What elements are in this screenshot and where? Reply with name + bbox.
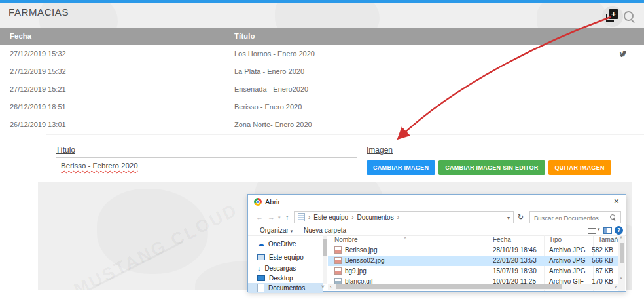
cell-titulo: La Plata - Enero 2020	[234, 67, 304, 75]
delete-icon[interactable]: ×	[619, 50, 624, 59]
view-options-icon[interactable]	[588, 228, 596, 234]
dialog-toolbar: Organizar ▾ Nueva carpeta ▾ ?	[248, 226, 626, 236]
file-size: 582 KB	[570, 246, 613, 254]
cell-fecha: 27/12/2019 15:32	[10, 67, 66, 75]
table-row[interactable]: 27/12/2019 15:32 Los Hornos - Enero 2020…	[0, 45, 644, 63]
table-row[interactable]: 27/12/2019 15:21 Ensenada - Enero2020	[0, 80, 644, 98]
file-open-dialog: Abrir × ← → ▾ ↑ › Este equipo › Document…	[247, 194, 626, 292]
vertical-scrollbar[interactable]: ˄ ˅	[618, 235, 625, 291]
sidebar-item-documentos[interactable]: Documentos	[248, 283, 323, 293]
search-magnifier-icon	[610, 214, 615, 220]
edit-form: Título Berisso - Febrero 2020 Imagen CAM…	[0, 133, 644, 182]
screen: FARMACIAS + Fecha Título 27/12/2019 15:3…	[0, 0, 644, 308]
add-record-button[interactable]: +	[602, 6, 623, 27]
sidebar-scrollbar[interactable]	[323, 235, 327, 284]
breadcrumb-item-este-equipo[interactable]: Este equipo	[313, 214, 348, 221]
file-row-selected[interactable]: Berisso02.jpg 22/01/20 13:53 Archivo JPG…	[328, 256, 618, 266]
organizar-menu[interactable]: Organizar ▾	[260, 227, 293, 234]
titulo-input[interactable]: Berisso - Febrero 2020	[56, 157, 357, 174]
column-nombre[interactable]: Nombre	[334, 236, 358, 243]
view-options-caret-icon[interactable]: ▾	[598, 227, 600, 232]
close-icon[interactable]: ×	[614, 196, 619, 206]
scroll-up-icon[interactable]: ˄	[620, 235, 622, 240]
file-list-header: ^ Nombre Fecha Tipo Tamaño	[328, 235, 618, 244]
breadcrumb-separator: ›	[397, 214, 399, 221]
onedrive-cloud-icon: ☁	[257, 241, 264, 248]
cambiar-imagen-button[interactable]: CAMBIAR IMAGEN	[367, 160, 435, 175]
column-tamano[interactable]: Tamaño	[598, 236, 618, 243]
scroll-right-icon[interactable]: ›	[615, 284, 617, 290]
file-list: ^ Nombre Fecha Tipo Tamaño Berisso.jpg 2…	[328, 235, 618, 291]
table-row[interactable]: 27/12/2019 15:32 La Plata - Enero 2020	[0, 62, 644, 81]
scrollbar-thumb[interactable]	[620, 243, 624, 263]
breadcrumb[interactable]: › Este equipo › Documentos › ▾	[294, 211, 514, 223]
scroll-down-icon[interactable]: ˅	[620, 276, 622, 280]
column-header-titulo: Título	[234, 32, 255, 40]
search-icon[interactable]	[624, 11, 634, 21]
sidebar-item-onedrive[interactable]: ☁ OneDrive	[248, 239, 323, 249]
sidebar-item-label: Descargas	[265, 265, 296, 272]
titulo-label: Título	[56, 145, 75, 155]
cambiar-imagen-sin-editor-button[interactable]: CAMBIAR IMAGEN SIN EDITOR	[438, 160, 545, 175]
file-row[interactable]: bg9.jpg 15/07/19 18:30 Archivo JPG 87 KB	[328, 266, 618, 277]
scrollbar-thumb[interactable]	[323, 239, 327, 256]
cell-titulo: Berisso - Enero 2020	[234, 103, 302, 111]
document-icon	[257, 284, 264, 292]
address-dropdown-icon[interactable]: ▾	[507, 215, 510, 221]
up-icon[interactable]: ↑	[285, 213, 289, 221]
dialog-titlebar[interactable]: Abrir ×	[248, 195, 626, 209]
file-name: Berisso.jpg	[345, 246, 377, 254]
refresh-icon[interactable]: ↻	[518, 213, 524, 221]
sidebar-item-label: Desktop	[269, 275, 293, 282]
cell-titulo: Ensenada - Enero2020	[234, 85, 308, 93]
scrollbar-thumb[interactable]	[336, 284, 562, 289]
preview-pane-icon[interactable]	[603, 227, 612, 234]
nueva-carpeta-button[interactable]: Nueva carpeta	[304, 227, 346, 234]
dialog-nav-bar: ← → ▾ ↑ › Este equipo › Documentos › ▾ ↻	[248, 209, 626, 226]
breadcrumb-separator: ›	[308, 214, 310, 221]
column-header-fecha: Fecha	[10, 32, 31, 40]
cell-titulo: Los Hornos - Enero 2020	[234, 50, 315, 58]
file-row[interactable]: Berisso.jpg 28/10/19 18:46 Archivo JPG 5…	[328, 245, 618, 256]
sidebar-item-desktop[interactable]: Desktop	[248, 273, 323, 283]
table-row[interactable]: 26/12/2019 13:01 Zona Norte- Enero 2020	[0, 115, 644, 134]
horizontal-scrollbar[interactable]: ‹ ›	[328, 284, 618, 290]
jpg-file-icon	[334, 267, 342, 275]
search-box[interactable]	[529, 211, 621, 223]
breadcrumb-separator: ›	[351, 214, 353, 221]
back-icon[interactable]: ←	[256, 213, 263, 221]
file-date: 28/10/19 18:46	[493, 246, 537, 254]
file-date: 22/01/20 13:53	[493, 257, 537, 264]
page-title: FARMACIAS	[9, 7, 69, 18]
scroll-left-icon[interactable]: ‹	[330, 284, 332, 290]
downloads-icon: ↓	[257, 265, 261, 272]
chrome-icon	[254, 198, 262, 206]
file-size: 566 KB	[570, 257, 613, 264]
forward-icon[interactable]: →	[268, 213, 275, 221]
quitar-imagen-button[interactable]: QUITAR IMAGEN	[548, 160, 611, 175]
sidebar-item-descargas[interactable]: ↓ Descargas	[248, 263, 323, 273]
sidebar-item-label: Documentos	[268, 284, 305, 292]
recent-locations-icon[interactable]: ▾	[278, 215, 281, 220]
sort-ascending-icon: ^	[404, 236, 406, 242]
cell-fecha: 26/12/2019 13:01	[10, 121, 66, 128]
file-date: 15/07/19 18:30	[493, 267, 537, 275]
cell-fecha: 26/12/2019 18:51	[10, 103, 66, 111]
table-header: Fecha Título	[0, 28, 644, 45]
sidebar-scroll-down-icon[interactable]: ˅	[321, 284, 325, 290]
breadcrumb-item-documentos[interactable]: Documentos	[357, 214, 394, 221]
jpg-file-icon	[334, 257, 342, 264]
dialog-title: Abrir	[265, 198, 280, 206]
table-row[interactable]: 26/12/2019 18:51 Berisso - Enero 2020	[0, 98, 644, 116]
column-fecha[interactable]: Fecha	[493, 236, 511, 243]
sidebar-item-este-equipo[interactable]: Este equipo	[248, 252, 323, 262]
organizar-caret-icon: ▾	[291, 229, 293, 233]
search-input[interactable]	[533, 212, 609, 223]
cell-fecha: 27/12/2019 15:32	[10, 50, 66, 58]
column-tipo[interactable]: Tipo	[549, 236, 562, 243]
help-icon[interactable]: ?	[615, 226, 623, 235]
organizar-label: Organizar	[260, 227, 289, 234]
dialog-sidebar: ☁ OneDrive Este equipo ↓ Descargas Deskt…	[248, 235, 323, 291]
imagen-label: Imagen	[367, 145, 393, 155]
file-name: Berisso02.jpg	[345, 257, 385, 264]
